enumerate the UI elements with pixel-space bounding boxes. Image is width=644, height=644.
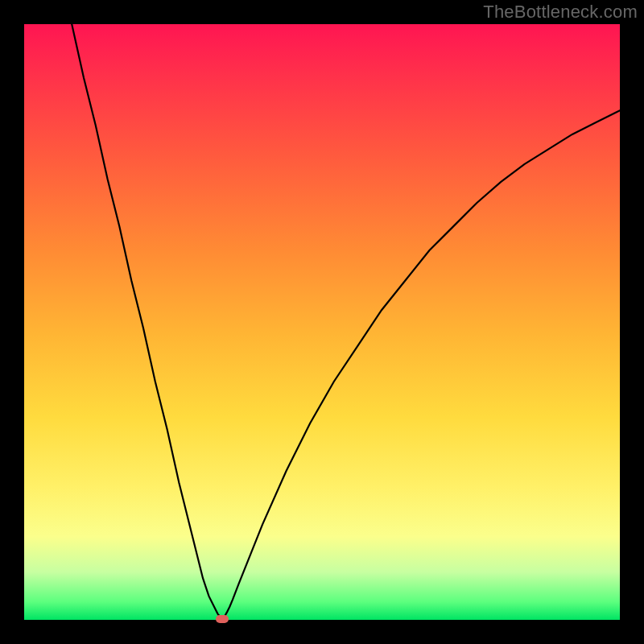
watermark-text: TheBottleneck.com — [483, 2, 638, 23]
plot-area — [24, 24, 620, 620]
curve-left-branch — [72, 24, 221, 619]
chart-frame: TheBottleneck.com — [0, 0, 644, 644]
bottleneck-curve — [24, 24, 620, 620]
curve-right-branch — [223, 110, 620, 618]
cusp-marker — [216, 615, 229, 623]
